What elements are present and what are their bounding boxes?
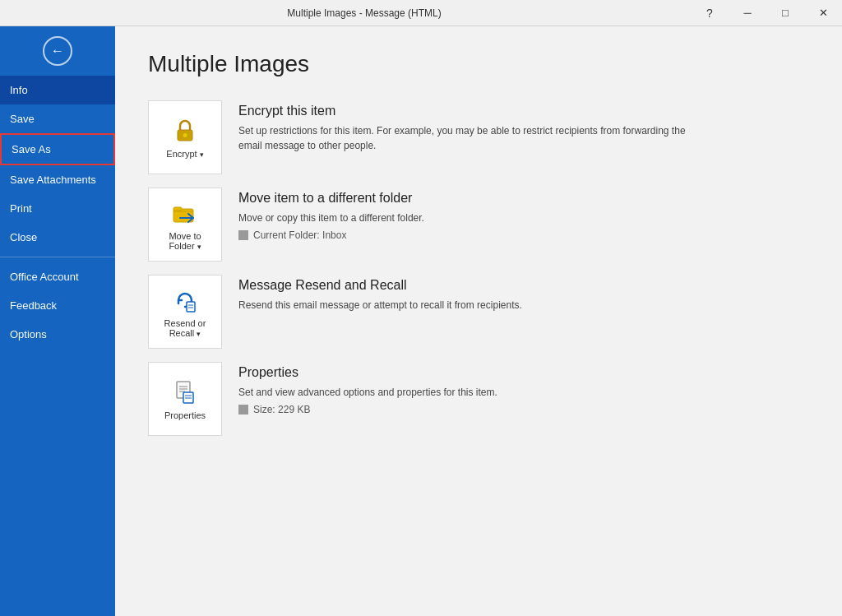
encrypt-card: Encrypt ▾ Encrypt this item Set up restr… — [148, 100, 809, 174]
folder-move-icon — [170, 198, 200, 228]
resend-recall-desc: Resend this email message or attempt to … — [238, 298, 699, 313]
main-content: Multiple Images Encrypt ▾ Encrypt this i… — [115, 26, 842, 616]
move-to-folder-icon-box[interactable]: Move toFolder ▾ — [148, 188, 222, 262]
svg-rect-3 — [173, 207, 182, 211]
title-bar: Multiple Images - Message (HTML) ? ─ □ ✕ — [0, 0, 842, 26]
properties-title: Properties — [238, 365, 809, 380]
sidebar-nav: Info Save Save As Save Attachments Print… — [0, 76, 115, 616]
current-folder-label: Current Folder: — [253, 229, 320, 241]
sidebar-back-section: ← — [0, 26, 115, 76]
move-to-folder-desc: Move or copy this item to a different fo… — [238, 211, 699, 225]
sidebar-item-print[interactable]: Print — [0, 194, 115, 223]
title-bar-controls: ? ─ □ ✕ — [691, 0, 842, 25]
encrypt-icon-box[interactable]: Encrypt ▾ — [148, 100, 222, 174]
lock-icon — [170, 116, 200, 146]
resend-recall-title: Message Resend and Recall — [238, 278, 809, 293]
resend-recall-icon-box[interactable]: Resend orRecall ▾ — [148, 275, 222, 349]
move-to-folder-meta: Current Folder: Inbox — [238, 229, 809, 241]
move-to-folder-card: Move toFolder ▾ Move item to a different… — [148, 188, 809, 262]
sidebar-item-save-attachments[interactable]: Save Attachments — [0, 165, 115, 194]
sidebar-divider — [0, 257, 115, 257]
sidebar: ← Info Save Save As Save Attachments Pri… — [0, 26, 115, 616]
svg-rect-5 — [187, 302, 195, 312]
sidebar-item-save[interactable]: Save — [0, 104, 115, 133]
resend-icon — [170, 285, 200, 315]
encrypt-desc: Set up restrictions for this item. For e… — [238, 123, 699, 153]
title-bar-text: Multiple Images - Message (HTML) — [38, 7, 691, 19]
meta-icon — [238, 230, 248, 240]
properties-size-label: Size: — [253, 404, 275, 415]
minimize-button[interactable]: ─ — [729, 0, 766, 26]
properties-card: Properties Properties Set and view advan… — [148, 362, 809, 436]
help-button[interactable]: ? — [691, 0, 729, 26]
back-button[interactable]: ← — [43, 36, 72, 66]
properties-desc: Set and view advanced options and proper… — [238, 385, 699, 400]
encrypt-text-area: Encrypt this item Set up restrictions fo… — [238, 100, 809, 153]
encrypt-title: Encrypt this item — [238, 104, 809, 118]
properties-icon — [170, 377, 200, 407]
resend-recall-text-area: Message Resend and Recall Resend this em… — [238, 275, 809, 313]
resend-recall-card: Resend orRecall ▾ Message Resend and Rec… — [148, 275, 809, 349]
encrypt-label: Encrypt ▾ — [166, 149, 203, 159]
move-to-folder-title: Move item to a different folder — [238, 191, 809, 206]
current-folder-value: Inbox — [322, 229, 346, 241]
maximize-button[interactable]: □ — [766, 0, 804, 26]
sidebar-item-feedback[interactable]: Feedback — [0, 291, 115, 320]
meta-icon-props — [238, 405, 248, 415]
move-to-folder-label: Move toFolder ▾ — [169, 231, 201, 251]
svg-rect-1 — [183, 133, 187, 137]
properties-size-value: 229 KB — [278, 404, 310, 415]
sidebar-item-info[interactable]: Info — [0, 76, 115, 104]
sidebar-item-office-account[interactable]: Office Account — [0, 262, 115, 291]
page-title: Multiple Images — [148, 51, 809, 77]
app-body: ← Info Save Save As Save Attachments Pri… — [0, 26, 842, 616]
properties-label: Properties — [164, 410, 206, 420]
sidebar-item-options[interactable]: Options — [0, 320, 115, 349]
sidebar-item-close[interactable]: Close — [0, 223, 115, 252]
close-button[interactable]: ✕ — [804, 0, 842, 26]
properties-meta: Size: 229 KB — [238, 404, 809, 415]
resend-recall-label: Resend orRecall ▾ — [164, 318, 206, 338]
sidebar-item-save-as[interactable]: Save As — [0, 133, 115, 165]
move-to-folder-text-area: Move item to a different folder Move or … — [238, 188, 809, 241]
properties-icon-box[interactable]: Properties — [148, 362, 222, 436]
properties-text-area: Properties Set and view advanced options… — [238, 362, 809, 415]
